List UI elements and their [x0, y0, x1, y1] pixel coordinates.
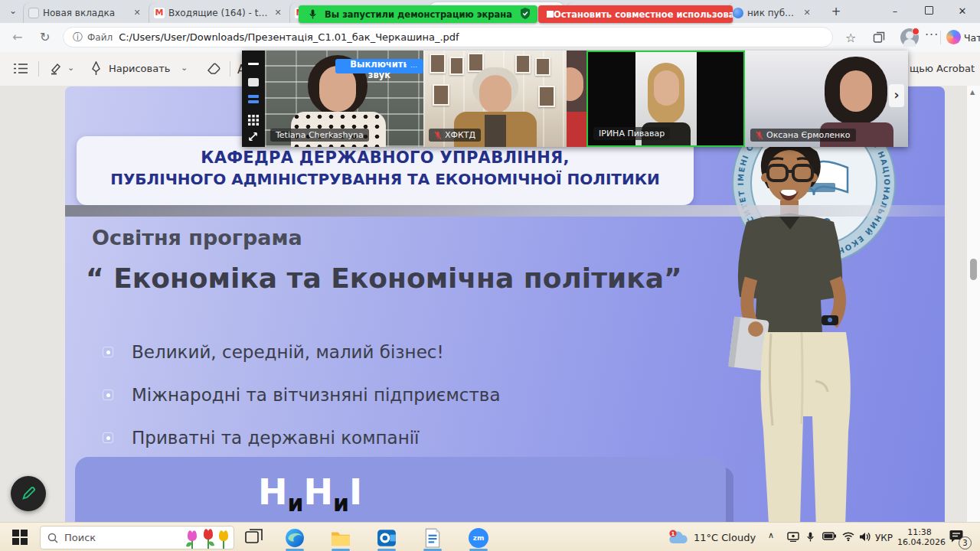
slide-bullet-1: Великий, середній, малий бізнес! — [103, 342, 444, 362]
tab-publication[interactable]: ник публикации ✕ — [727, 2, 818, 23]
new-tab-favicon — [28, 8, 39, 18]
stop-icon — [547, 11, 554, 18]
next-participants-button[interactable]: › — [889, 84, 904, 107]
bullet-text: Великий, середній, малий бізнес! — [132, 342, 444, 362]
close-tab-icon[interactable]: ✕ — [801, 7, 813, 19]
profile-avatar[interactable] — [900, 28, 919, 47]
eraser-icon[interactable] — [207, 62, 221, 75]
wifi-icon[interactable] — [842, 532, 854, 541]
slide-bullet-3: Приватні та державні компанії — [103, 428, 419, 448]
pdf-scrollbar[interactable]: ▲ — [966, 86, 980, 551]
refresh-icon[interactable]: ↻ — [40, 30, 50, 44]
draw-dropdown-icon[interactable]: ⌄ — [181, 63, 188, 73]
new-tab-button[interactable]: + — [828, 5, 844, 20]
weather-text[interactable]: 11°C Cloudy — [694, 532, 756, 543]
back-icon[interactable]: ← — [12, 30, 22, 44]
slide-title: “ Економіка та Економічна політика” — [86, 262, 682, 294]
participant-face — [479, 75, 511, 113]
copilot-chat-label[interactable]: Чат — [964, 32, 980, 44]
gallery-view-icon[interactable] — [248, 115, 259, 126]
weather-icon[interactable]: 1 — [668, 530, 689, 545]
toolbar-divider — [38, 61, 39, 77]
screen-cast-icon[interactable] — [787, 532, 799, 542]
weather-badge: 1 — [671, 531, 675, 537]
avatar-character — [701, 129, 884, 551]
collections-icon[interactable] — [873, 31, 885, 44]
close-tab-icon[interactable]: ✕ — [131, 7, 143, 19]
draw-label[interactable]: Нарисовать — [109, 63, 170, 74]
tab-label: Новая вкладка — [43, 8, 127, 18]
open-with-acrobat-label[interactable]: щью Acrobat — [910, 63, 975, 74]
picture-frame — [449, 57, 464, 75]
notification-center-button[interactable]: 3 — [949, 530, 963, 546]
zoom-strip-controls — [242, 51, 265, 147]
participant-video-partial[interactable] — [567, 51, 586, 147]
table-of-contents-icon[interactable] — [14, 63, 28, 74]
slide-bullet-2: Міжнародні та вітчизняні підприємства — [103, 385, 501, 405]
participant-video-oksana[interactable]: Оксана Єрмоленко › — [745, 51, 908, 147]
zoom-app-icon[interactable]: zm — [469, 528, 488, 548]
share-banner-text: Вы запустили демонстрацию экрана — [317, 9, 520, 20]
slide-header-line2: ПУБЛІЧНОГО АДМІНІСТРУВАННЯ ТА ЕКОНОМІЧНО… — [77, 170, 694, 188]
tab-search-button[interactable]: ⌄ — [4, 4, 22, 19]
highlighter-dropdown-icon[interactable]: ⌄ — [67, 63, 74, 73]
toolbar-divider — [230, 61, 230, 77]
battery-icon[interactable] — [822, 532, 836, 540]
profile-alert-dot — [912, 28, 920, 35]
search-icon — [47, 533, 58, 543]
taskbar-clock[interactable]: 11:38 16.04.2026 — [897, 527, 942, 547]
document-app-icon[interactable] — [423, 528, 443, 548]
minimize-strip-icon[interactable] — [248, 63, 259, 65]
publication-site-icon — [733, 8, 743, 18]
slide-header-line1: КАФЕДРА ДЕРЖАВНОГО УПРАВЛІННЯ, — [77, 148, 694, 167]
participant-video-khfktd[interactable]: ХФКТД — [423, 51, 567, 147]
edge-icon[interactable] — [285, 528, 305, 548]
task-view-icon[interactable] — [245, 529, 263, 546]
participant-name-tag: Tetiana Cherkashyna — [270, 129, 369, 142]
window-maximize-button[interactable] — [913, 0, 945, 23]
info-icon[interactable]: ⓘ — [73, 31, 83, 44]
scroll-up-icon[interactable]: ▲ — [970, 89, 975, 96]
copilot-icon[interactable] — [946, 30, 961, 44]
file-explorer-icon[interactable] — [331, 528, 351, 548]
scrollbar-thumb[interactable] — [970, 259, 977, 280]
participant-video-iryna[interactable]: ІРИНА Пивавар — [586, 51, 745, 147]
speaker-icon[interactable] — [859, 532, 871, 542]
desktop-screen: ⌄ Новая вкладка ✕ M Входящие (164) - tet… — [0, 0, 980, 551]
highlighter-icon[interactable] — [49, 62, 62, 75]
stop-banner-text: Остановить совместное использование — [554, 9, 733, 20]
outlook-icon[interactable] — [377, 528, 397, 548]
search-placeholder: Поиск — [64, 532, 185, 543]
favorites-star-icon[interactable]: ☆ — [845, 31, 856, 45]
url-text: C:/Users/User/Downloads/Презентація_С1.0… — [119, 31, 459, 43]
start-button[interactable] — [12, 530, 28, 545]
participant-name-tag: ІРИНА Пивавар — [593, 127, 670, 140]
tray-mic-icon[interactable] — [806, 532, 815, 543]
close-tab-icon[interactable]: ✕ — [272, 7, 284, 19]
tray-expand-icon[interactable]: ∧ — [768, 530, 774, 540]
window-minimize-button[interactable]: – — [879, 0, 911, 23]
participant-torso — [567, 112, 586, 147]
browser-address-bar: ← ↻ ⓘ Файл C:/Users/User/Downloads/Презе… — [0, 23, 980, 53]
search-highlight-tulips-image[interactable] — [185, 527, 232, 549]
taskbar-search-box[interactable]: Поиск — [40, 526, 234, 549]
expand-strip-icon[interactable] — [248, 132, 258, 142]
tab-gmail-inbox[interactable]: M Входящие (164) - tetian ✕ — [149, 2, 289, 23]
window-close-button[interactable]: ✕ — [946, 0, 978, 23]
speaker-view-icon[interactable] — [248, 78, 259, 86]
video-more-options-button[interactable]: ··· — [407, 59, 421, 73]
stop-sharing-button[interactable]: Остановить совместное использование — [538, 5, 733, 23]
url-field[interactable]: ⓘ Файл C:/Users/User/Downloads/Презентац… — [63, 27, 833, 47]
notification-count-badge: 3 — [959, 536, 972, 549]
browser-menu-icon[interactable]: ··· — [925, 28, 939, 42]
tab-label: ник публикации — [747, 8, 797, 18]
tab-new-tab[interactable]: Новая вкладка ✕ — [23, 2, 148, 23]
slide-bottom-letters: НиНиІ — [258, 471, 362, 513]
annotation-pencil-button[interactable] — [11, 476, 46, 511]
language-indicator[interactable]: УКР — [875, 533, 893, 543]
participant-video-tetiana[interactable]: Выключить звук ··· Tetiana Cherkashyna — [265, 51, 423, 147]
muted-mic-icon — [434, 131, 442, 140]
strip-view-icon[interactable] — [248, 95, 259, 106]
draw-pen-icon[interactable] — [90, 61, 102, 76]
participant-face — [567, 67, 583, 101]
